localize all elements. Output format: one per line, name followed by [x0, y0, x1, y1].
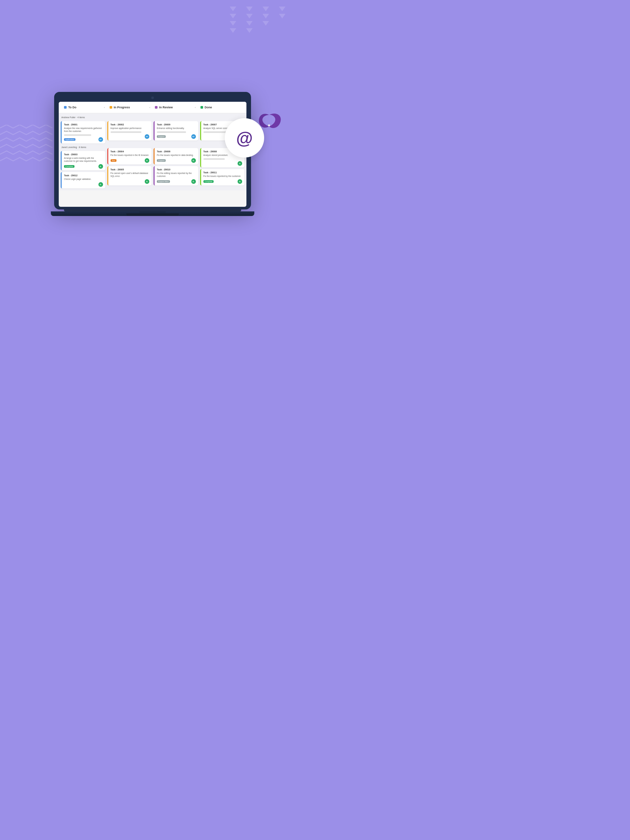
- avatar-29003: JL: [98, 164, 103, 169]
- done-dot: [200, 106, 203, 109]
- task-id-29001: Task - 29001: [64, 123, 103, 126]
- col-header-inprogress: In Progress ‹: [108, 104, 153, 110]
- tag-29004: Test: [110, 159, 117, 162]
- laptop-camera: [151, 96, 154, 99]
- kanban-headers: To Do ‹ In Progress ‹ In Review ‹ Done: [59, 102, 246, 113]
- tag-29009: Support: [157, 135, 166, 138]
- task-desc-29003: Arrange a web meeting with the customer …: [64, 156, 103, 163]
- laptop-foot: [126, 213, 179, 216]
- task-desc-29011: Fix the issues reported by the customer.: [203, 175, 243, 178]
- card-footer-29010: Support Med JL: [157, 179, 196, 184]
- task-id-29005: Task - 29005: [110, 168, 150, 171]
- tag-29012: [64, 184, 67, 185]
- bottom-space: [0, 0, 305, 525]
- card-footer-29012: JL: [64, 182, 103, 187]
- task-id-29003: Task - 29003: [64, 153, 103, 156]
- group-andrew-label: Andrew Fuller · 4 items: [61, 115, 106, 120]
- task-desc-29002: Improve application performance: [110, 127, 150, 129]
- mascot-wing: [256, 112, 282, 138]
- card-footer-29005: JL: [110, 179, 150, 184]
- task-desc-29001: Analyze the new requirements gathered fr…: [64, 127, 103, 133]
- avatar-29004: JL: [145, 158, 149, 163]
- pbar-4: [203, 131, 227, 133]
- task-desc-29010: Fix the editing issues reported by the c…: [157, 172, 196, 178]
- tag-29008: [203, 163, 206, 164]
- inprogress-label: In Progress: [114, 106, 130, 109]
- task-desc-29005: Fix cannot open user's default database …: [110, 172, 150, 178]
- task-card-29011[interactable]: Task - 29011 Fix the issues reported by …: [200, 169, 245, 185]
- task-card-29002[interactable]: Task - 29002 Improve application perform…: [107, 121, 152, 141]
- todo-column: Andrew Fuller · 4 items Task - 29001 Ana…: [61, 115, 106, 188]
- task-desc-29004: Fix the issues reported in the IE browse…: [110, 154, 150, 156]
- task-card-29010[interactable]: Task - 29010 Fix the editing issues repo…: [154, 166, 198, 185]
- card-footer-29009: Support AF: [157, 134, 196, 139]
- task-id-29004: Task - 29004: [110, 150, 150, 153]
- todo-dot: [64, 106, 67, 109]
- task-card-29005[interactable]: Task - 29005 Fix cannot open user's defa…: [107, 166, 152, 185]
- task-card-29006[interactable]: Task - 29006 Fix the issues reported in …: [154, 148, 198, 164]
- col-header-done: Done: [198, 104, 244, 110]
- card-footer-29002: AF: [110, 134, 150, 139]
- inreview-label: In Review: [159, 106, 173, 109]
- avatar-29009: AF: [191, 134, 196, 139]
- avatar-29012: JL: [98, 182, 103, 187]
- avatar-29006: JL: [191, 158, 196, 163]
- tag-29002: [110, 136, 113, 137]
- laptop-container: To Do ‹ In Progress ‹ In Review ‹ Done: [54, 92, 251, 216]
- todo-arrow: ‹: [104, 106, 105, 109]
- avatar-29010: JL: [191, 179, 196, 184]
- pbar-2: [110, 131, 142, 133]
- inreview-dot: [155, 106, 158, 109]
- pbar-3: [157, 131, 186, 133]
- tag-29007: [203, 136, 206, 137]
- tag-29011: Complete: [203, 180, 214, 183]
- tag-29005: [110, 181, 113, 182]
- laptop-base: [51, 212, 254, 216]
- task-desc-29006: Fix the issues reported in data binding.: [157, 154, 196, 156]
- task-card-29009[interactable]: Task - 29009 Enhance editing functionali…: [154, 121, 198, 141]
- avatar-29002: AF: [145, 134, 149, 139]
- svg-point-0: [268, 125, 270, 126]
- laptop-screen-outer: To Do ‹ In Progress ‹ In Review ‹ Done: [54, 92, 251, 209]
- task-card-29004[interactable]: Task - 29004 Fix the issues reported in …: [107, 148, 152, 164]
- email-mascot: @: [225, 118, 277, 171]
- kanban-body: Andrew Fuller · 4 items Task - 29001 Ana…: [59, 113, 246, 190]
- col-header-inreview: In Review ‹: [153, 104, 198, 110]
- tag-29010: Support Med: [157, 180, 170, 183]
- card-footer-29004: Test JL: [110, 158, 150, 163]
- card-footer-29006: Support JL: [157, 158, 196, 163]
- pbar-5: [203, 158, 225, 160]
- task-desc-29012: Check Login page validation.: [64, 178, 103, 180]
- tag-29001: Application: [64, 138, 76, 141]
- card-footer-29003: Complete JL: [64, 164, 103, 169]
- inprogress-arrow: ‹: [149, 106, 150, 109]
- task-id-29009: Task - 29009: [157, 123, 196, 126]
- tag-29006: Support: [157, 159, 166, 162]
- task-desc-29009: Enhance editing functionality.: [157, 127, 196, 129]
- avatar-29001: AF: [98, 137, 103, 142]
- task-id-29011: Task - 29011: [203, 171, 243, 174]
- card-footer-29011: Complete JL: [203, 179, 243, 184]
- inprogress-column: - Task - 29002 Improve application perfo…: [107, 115, 152, 188]
- task-card-29012[interactable]: Task - 29012 Check Login page validation…: [61, 172, 106, 188]
- avatar-29011: JL: [238, 179, 242, 184]
- done-label: Done: [205, 106, 212, 109]
- group-janet-label: Janet Leverling · 8 items: [61, 145, 106, 149]
- col-header-todo: To Do ‹: [62, 104, 107, 110]
- task-id-29006: Task - 29006: [157, 150, 196, 153]
- task-id-29010: Task - 29010: [157, 168, 196, 171]
- inprogress-dot: [110, 106, 112, 109]
- inreview-arrow: ‹: [195, 106, 196, 109]
- tag-29003: Complete: [64, 165, 74, 168]
- kanban-board: To Do ‹ In Progress ‹ In Review ‹ Done: [59, 102, 246, 207]
- at-symbol: @: [236, 129, 253, 147]
- inreview-column: - Task - 29009 Enhance editing functiona…: [154, 115, 198, 188]
- card-footer-29001: Application AF: [64, 137, 103, 142]
- task-id-29002: Task - 29002: [110, 123, 150, 126]
- todo-label: To Do: [68, 106, 76, 109]
- avatar-29005: JL: [145, 179, 149, 184]
- task-id-29012: Task - 29012: [64, 174, 103, 177]
- task-card-29001[interactable]: Task - 29001 Analyze the new requirement…: [61, 121, 106, 144]
- tag-bar-1: [64, 134, 91, 136]
- task-card-29003[interactable]: Task - 29003 Arrange a web meeting with …: [61, 151, 106, 171]
